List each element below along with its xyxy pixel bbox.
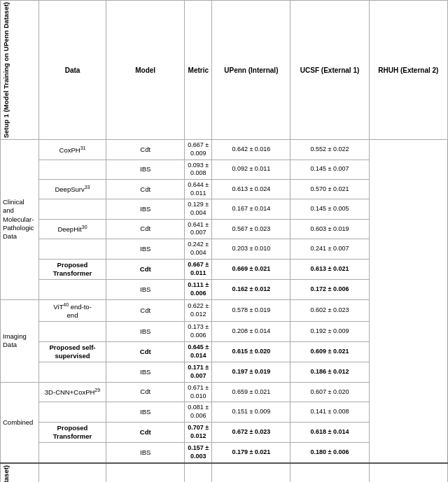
metric-cell: Cdt [106,382,185,402]
value-cell-1: 0.111 ± 0.006 [185,280,212,299]
table-row: Combined3D-CNN+CoxPH29Cdt0.671 ± 0.0100.… [1,382,448,402]
value-cell-1: 0.644 ± 0.011 [185,180,212,199]
model-cell [38,199,106,219]
table-row: IBS0.171 ± 0.0070.197 ± 0.0190.186 ± 0.0… [1,362,448,382]
value-cell-1: 0.671 ± 0.010 [185,382,212,402]
group-label: Combined [1,382,39,462]
value-cell-3: 0.609 ± 0.021 [290,341,369,362]
metric-cell: IBS [106,239,185,259]
value-cell-3: 0.607 ± 0.020 [290,382,369,402]
model-cell [38,402,106,422]
value-cell-3: 0.603 ± 0.019 [290,219,369,239]
value-cell-1: 0.622 ± 0.012 [185,299,212,322]
model-cell [38,280,106,299]
value-cell-3: 0.186 ± 0.012 [290,362,369,382]
value-cell-2: 0.203 ± 0.010 [212,239,290,259]
model-cell: Proposed self-supervised [38,341,106,362]
metric-cell: IBS [106,362,185,382]
table-row: DeepSurv33Cdt0.644 ± 0.0110.613 ± 0.0240… [1,180,448,199]
value-cell-2: 0.167 ± 0.014 [212,199,290,219]
setup2-rotate-header: Setup 2 (Model Training on UCSF Dataset) [1,463,39,482]
value-cell-3: 0.241 ± 0.007 [290,239,369,259]
model-cell: ViT40 end-to-end [38,299,106,322]
model-cell: CoxPH31 [38,140,106,160]
value-cell-2: 0.613 ± 0.024 [212,180,290,199]
table-row: Clinical and Molecular-Pathologic DataCo… [1,140,448,160]
header2-col1: UCSF (Internal) [212,463,290,482]
value-cell-1: 0.667 ± 0.011 [185,259,212,280]
header2-col3: RHUH (External 2) [369,463,447,482]
value-cell-2: 0.092 ± 0.011 [212,160,290,179]
model-cell [38,322,106,341]
header-col3: RHUH (External 2) [369,1,447,140]
value-cell-1: 0.129 ± 0.004 [185,199,212,219]
value-cell-3: 0.613 ± 0.021 [290,259,369,280]
header2-metric: Metric [185,463,212,482]
value-cell-1: 0.242 ± 0.004 [185,239,212,259]
value-cell-2: 0.669 ± 0.021 [212,259,290,280]
table-row: Imaging DataViT40 end-to-endCdt0.622 ± 0… [1,299,448,322]
value-cell-1: 0.707 ± 0.012 [185,422,212,443]
metric-cell: Cdt [106,299,185,322]
table-row: IBS0.173 ± 0.0060.208 ± 0.0140.192 ± 0.0… [1,322,448,341]
setup2-label: Setup 2 (Model Training on UCSF Dataset) [2,465,10,482]
value-cell-3: 0.180 ± 0.006 [290,443,369,463]
metric-cell: IBS [106,199,185,219]
model-cell [38,239,106,259]
table-row: Proposed TransformerCdt0.707 ± 0.0120.67… [1,422,448,443]
group-label: Imaging Data [1,299,39,382]
table-row: DeepHit30Cdt0.641 ± 0.0070.567 ± 0.0230.… [1,219,448,239]
setup1-rotate-header: Setup 1 (Model Training on UPenn Dataset… [1,1,39,140]
value-cell-2: 0.659 ± 0.021 [212,382,290,402]
metric-cell: Cdt [106,219,185,239]
header2-data: Data [38,463,106,482]
metric-cell: Cdt [106,422,185,443]
model-cell [38,160,106,179]
table-row: IBS0.242 ± 0.0040.203 ± 0.0100.241 ± 0.0… [1,239,448,259]
value-cell-2: 0.162 ± 0.012 [212,280,290,299]
table-row: IBS0.129 ± 0.0040.167 ± 0.0140.145 ± 0.0… [1,199,448,219]
value-cell-3: 0.552 ± 0.022 [290,140,369,160]
header-col2: UCSF (External 1) [290,1,369,140]
value-cell-3: 0.145 ± 0.005 [290,199,369,219]
metric-cell: IBS [106,280,185,299]
value-cell-3: 0.192 ± 0.009 [290,322,369,341]
group-label: Clinical and Molecular-Pathologic Data [1,140,39,299]
setup1-label: Setup 1 (Model Training on UPenn Dataset… [2,2,10,138]
value-cell-1: 0.667 ± 0.009 [185,140,212,160]
metric-cell: IBS [106,322,185,341]
value-cell-2: 0.567 ± 0.023 [212,219,290,239]
header-metric: Metric [185,1,212,140]
value-cell-3: 0.618 ± 0.014 [290,422,369,443]
main-table: Setup 1 (Model Training on UPenn Dataset… [0,0,448,482]
value-cell-3: 0.172 ± 0.006 [290,280,369,299]
value-cell-1: 0.171 ± 0.007 [185,362,212,382]
value-cell-2: 0.615 ± 0.020 [212,341,290,362]
metric-cell: Cdt [106,140,185,160]
model-cell [38,362,106,382]
value-cell-3: 0.602 ± 0.023 [290,299,369,322]
model-cell [38,443,106,463]
value-cell-1: 0.645 ± 0.014 [185,341,212,362]
table-row: Proposed self-supervisedCdt0.645 ± 0.014… [1,341,448,362]
model-cell: DeepHit30 [38,219,106,239]
metric-cell: Cdt [106,259,185,280]
header-col1: UPenn (Internal) [212,1,290,140]
header-data: Data [38,1,106,140]
value-cell-1: 0.093 ± 0.008 [185,160,212,179]
value-cell-3: 0.145 ± 0.007 [290,160,369,179]
value-cell-2: 0.197 ± 0.019 [212,362,290,382]
model-cell: DeepSurv33 [38,180,106,199]
value-cell-2: 0.208 ± 0.014 [212,322,290,341]
table-row: IBS0.111 ± 0.0060.162 ± 0.0120.172 ± 0.0… [1,280,448,299]
setup2-header-row: Setup 2 (Model Training on UCSF Dataset)… [1,463,448,482]
value-cell-2: 0.179 ± 0.021 [212,443,290,463]
metric-cell: Cdt [106,180,185,199]
table-row: IBS0.157 ± 0.0030.179 ± 0.0210.180 ± 0.0… [1,443,448,463]
setup1-header-row: Setup 1 (Model Training on UPenn Dataset… [1,1,448,140]
value-cell-3: 0.570 ± 0.021 [290,180,369,199]
table-row: Proposed TransformerCdt0.667 ± 0.0110.66… [1,259,448,280]
value-cell-2: 0.151 ± 0.009 [212,402,290,422]
table-row: IBS0.093 ± 0.0080.092 ± 0.0110.145 ± 0.0… [1,160,448,179]
table-row: IBS0.081 ± 0.0060.151 ± 0.0090.141 ± 0.0… [1,402,448,422]
